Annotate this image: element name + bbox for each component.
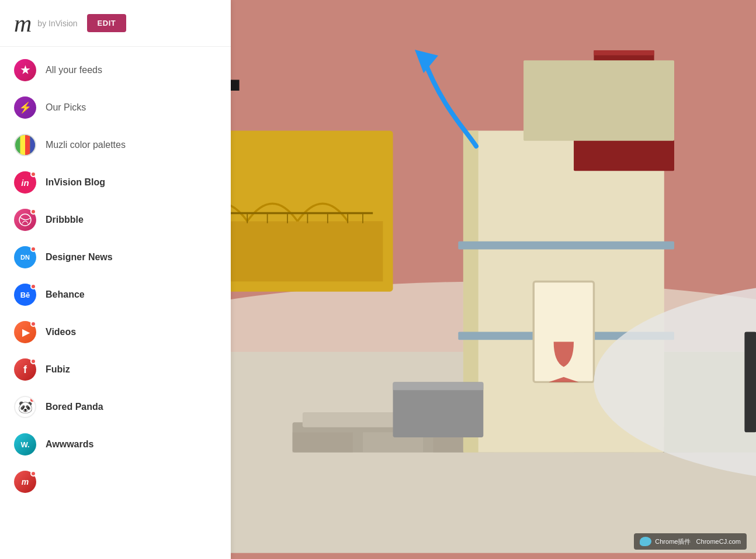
our-picks-icon: ⚡: [14, 96, 36, 119]
all-feeds-icon: ★: [14, 59, 36, 81]
svg-rect-55: [744, 332, 756, 432]
svg-rect-2: [25, 135, 30, 155]
svg-rect-24: [594, 50, 654, 56]
sidebar-item-all-feeds-label: All your feeds: [46, 65, 102, 75]
videos-icon: ▶: [14, 321, 36, 343]
svg-rect-3: [30, 135, 36, 155]
muzli-bottom-notif: [30, 471, 36, 477]
watermark: Chrome插件 ChromeCJ.com: [634, 533, 747, 550]
invision-blog-icon: in: [14, 171, 36, 194]
sidebar-item-muzli-bottom[interactable]: m: [0, 463, 231, 501]
behance-icon: Bē: [14, 284, 36, 306]
sidebar-nav: ★ All your feeds ⚡ Our Picks Muzli: [0, 47, 231, 559]
sidebar-item-fubiz[interactable]: f Fubiz: [0, 351, 231, 388]
designer-news-notif: [30, 246, 36, 252]
scene-illustration: ards. | ers: [231, 0, 756, 559]
svg-rect-44: [664, 352, 756, 453]
svg-rect-29: [231, 221, 383, 281]
sidebar-item-fubiz-label: Fubiz: [46, 364, 70, 375]
dribbble-notif: [30, 209, 36, 215]
sidebar-item-our-picks-label: Our Picks: [46, 102, 86, 113]
sidebar-item-color-palettes[interactable]: Muzli color palettes: [0, 126, 231, 164]
watermark-whale-icon: [640, 537, 651, 546]
sidebar-item-dribbble[interactable]: Dribbble: [0, 201, 231, 239]
sidebar-item-invision-blog-label: InVision Blog: [46, 177, 105, 188]
sidebar-item-all-feeds[interactable]: ★ All your feeds: [0, 51, 231, 89]
svg-rect-20: [533, 281, 594, 382]
fubiz-icon: f: [14, 358, 36, 381]
sidebar-item-bored-panda-label: Bored Panda: [46, 402, 103, 412]
svg-rect-10: [293, 432, 353, 452]
sidebar-item-dribbble-label: Dribbble: [46, 215, 84, 225]
watermark-text: Chrome插件 ChromeCJ.com: [655, 537, 741, 546]
sidebar-item-color-palettes-label: Muzli color palettes: [46, 140, 126, 150]
sidebar-item-our-picks[interactable]: ⚡ Our Picks: [0, 89, 231, 126]
sidebar-header: m by InVision EDIT: [0, 0, 231, 47]
sidebar-item-awwwards-label: Awwwards: [46, 439, 93, 450]
fubiz-notif: [30, 358, 36, 364]
svg-rect-27: [523, 60, 674, 141]
svg-rect-41: [393, 382, 484, 390]
sidebar-item-behance-label: Behance: [46, 289, 85, 300]
sidebar-item-designer-news[interactable]: DN Designer News: [0, 239, 231, 276]
edit-button[interactable]: EDIT: [87, 14, 127, 32]
main-content: ards. | ers Chrome插件 ChromeCJ.com: [231, 0, 756, 559]
bored-panda-notif: [29, 397, 35, 403]
sidebar-item-invision-blog[interactable]: in InVision Blog: [0, 164, 231, 201]
sidebar-item-designer-news-label: Designer News: [46, 252, 113, 263]
designer-news-icon: DN: [14, 246, 36, 268]
sidebar-item-videos-label: Videos: [46, 327, 76, 337]
svg-rect-40: [393, 382, 484, 437]
sidebar-item-videos[interactable]: ▶ Videos: [0, 313, 231, 351]
bored-panda-icon: 🐼: [14, 396, 36, 418]
sidebar-item-bored-panda[interactable]: 🐼 Bored Panda: [0, 388, 231, 426]
logo: m: [14, 11, 32, 36]
svg-text:ards.: ards.: [231, 25, 244, 106]
behance-notif: [30, 284, 36, 289]
svg-rect-1: [20, 135, 26, 155]
videos-notif: [30, 321, 36, 327]
sidebar-item-behance[interactable]: Bē Behance: [0, 276, 231, 313]
sidebar: m by InVision EDIT ★ All your feeds ⚡ Ou…: [0, 0, 231, 559]
byline: by InVision: [37, 19, 77, 28]
awwwards-icon: W.: [14, 433, 36, 456]
muzli-bottom-icon: m: [14, 471, 36, 493]
invision-blog-notif: [30, 171, 36, 177]
color-palettes-icon: [14, 134, 36, 156]
dribbble-icon: [14, 209, 36, 231]
sidebar-item-awwwards[interactable]: W. Awwwards: [0, 426, 231, 463]
svg-rect-18: [458, 241, 674, 250]
